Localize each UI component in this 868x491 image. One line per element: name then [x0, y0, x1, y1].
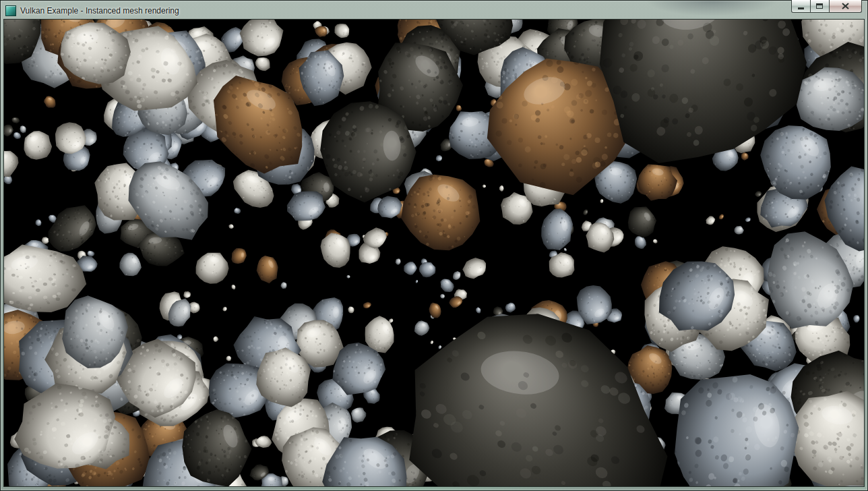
window-title: Vulkan Example - Instanced mesh renderin…	[20, 6, 179, 16]
titlebar[interactable]: Vulkan Example - Instanced mesh renderin…	[1, 1, 867, 20]
minimize-button[interactable]	[791, 0, 811, 13]
close-button[interactable]	[830, 0, 862, 13]
window-controls	[791, 0, 862, 13]
maximize-button[interactable]	[811, 0, 830, 13]
maximize-icon	[816, 3, 824, 9]
minimize-icon	[798, 3, 805, 9]
vulkan-app-icon[interactable]	[5, 5, 16, 16]
close-icon	[842, 3, 849, 9]
render-canvas[interactable]	[4, 20, 864, 486]
render-viewport[interactable]	[4, 20, 864, 486]
app-window: Vulkan Example - Instanced mesh renderin…	[0, 0, 868, 491]
